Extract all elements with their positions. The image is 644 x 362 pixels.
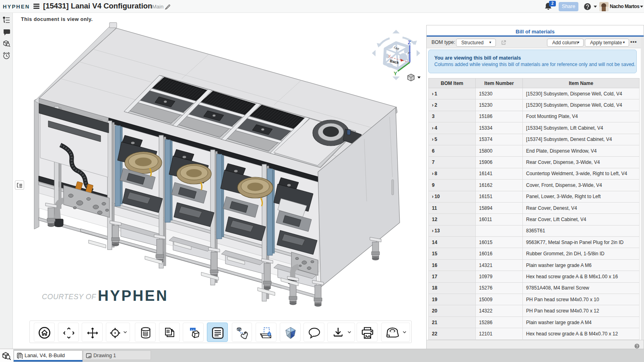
svg-text:Z: Z xyxy=(408,39,411,46)
svg-text:Y: Y xyxy=(394,70,397,77)
svg-text:X: X xyxy=(388,54,391,59)
